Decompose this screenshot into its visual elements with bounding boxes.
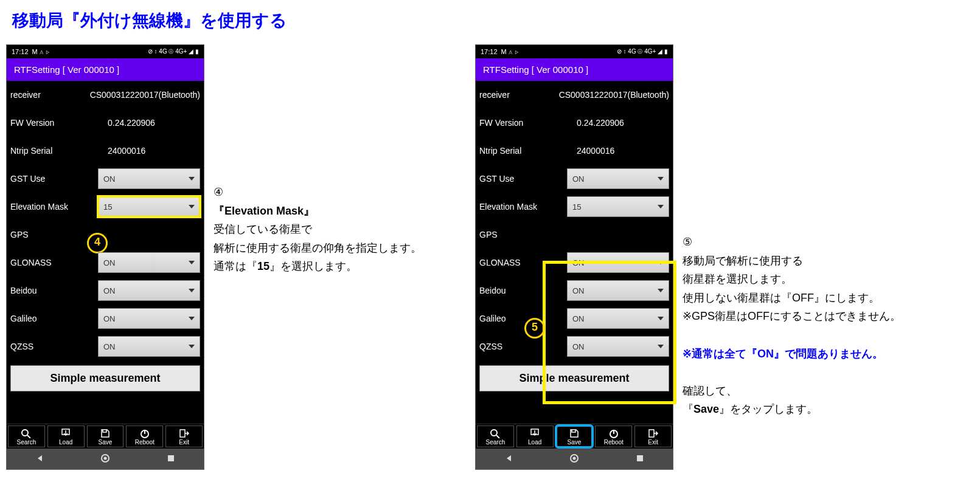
dropdown-galileo[interactable]: ON (98, 308, 200, 329)
status-icons-left: M ⟑ ▷ (32, 48, 50, 55)
dropdown-elevation-mask[interactable]: 15 (98, 196, 200, 217)
toolbar-reboot[interactable]: Reboot (595, 425, 632, 447)
nav-home-icon[interactable] (100, 453, 110, 465)
label-qzss: QZSS (10, 342, 92, 351)
save-icon (569, 429, 580, 438)
marker-5: 5 (524, 318, 545, 339)
status-icons-left: M ⟑ ▷ (501, 48, 519, 55)
toolbar-exit[interactable]: Exit (165, 425, 203, 447)
annotation-5-confirm2b: Save (693, 403, 719, 415)
annotation-4-line3a: 通常は『 (214, 260, 257, 272)
nav-recent-icon[interactable] (167, 454, 175, 464)
label-receiver: receiver (479, 90, 559, 100)
status-time: 17:12 (12, 48, 29, 55)
annotation-5-confirm2c: 』をタップします。 (719, 403, 818, 415)
toolbar-load[interactable]: Load (516, 425, 554, 447)
exit-icon (179, 429, 190, 438)
dropdown-elevation-mask[interactable]: 15 (567, 196, 669, 217)
nav-home-icon[interactable] (569, 453, 579, 465)
dropdown-gst[interactable]: ON (98, 168, 200, 189)
android-navbar (476, 449, 673, 469)
toolbar-save[interactable]: Save (87, 425, 124, 447)
label-fw: FW Version (10, 118, 108, 128)
annotation-4-title: 『Elevation Mask』 (214, 205, 315, 217)
dropdown-beidou-value: ON (572, 286, 585, 295)
label-beidou: Beidou (10, 286, 92, 295)
toolbar-reboot-label: Reboot (604, 439, 624, 446)
dropdown-glonass[interactable]: ON (98, 252, 200, 273)
annotation-5-confirm1: 確認して、 (683, 385, 737, 397)
download-icon (60, 429, 71, 438)
annotation-5-line2: 衛星群を選択します。 (683, 273, 792, 285)
toolbar-load[interactable]: Load (47, 425, 85, 447)
dropdown-qzss[interactable]: ON (98, 336, 200, 357)
toolbar-reboot[interactable]: Reboot (126, 425, 163, 447)
page-title: 移動局『外付け無線機』を使用する (12, 9, 974, 32)
dropdown-beidou[interactable]: ON (567, 280, 669, 301)
chevron-down-icon (189, 205, 195, 208)
nav-back-icon[interactable] (504, 454, 513, 464)
phone-screenshot-right: 17:12M ⟑ ▷ ⊘ ↕ 4G ⦾ 4G+ ◢ ▮ RTFSetting [… (475, 44, 673, 470)
label-ntrip: Ntrip Serial (10, 146, 108, 156)
dropdown-gst[interactable]: ON (567, 168, 669, 189)
label-gps: GPS (479, 230, 577, 239)
annotation-4-number: ④ (214, 186, 223, 198)
dropdown-gst-value: ON (103, 174, 116, 184)
simple-measurement-button[interactable]: Simple measurement (479, 365, 669, 391)
save-icon (100, 429, 111, 438)
annotation-4-line3b: 15 (257, 260, 269, 272)
toolbar-exit-label: Exit (648, 439, 658, 446)
toolbar-exit[interactable]: Exit (634, 425, 672, 447)
svg-line-1 (27, 435, 30, 438)
label-fw: FW Version (479, 118, 577, 128)
value-receiver: CS000312220017(Bluetooth) (559, 90, 669, 100)
chevron-down-icon (189, 289, 195, 292)
chevron-down-icon (189, 345, 195, 348)
dropdown-beidou-value: ON (103, 286, 116, 295)
annotation-5-line3: 使用しない衛星群は『OFF』にします。 (683, 292, 880, 304)
toolbar-search[interactable]: Search (477, 425, 514, 447)
app-bar: RTFSetting [ Ver 000010 ] (7, 58, 204, 81)
status-bar: 17:12M ⟑ ▷ ⊘ ↕ 4G ⦾ 4G+ ◢ ▮ (7, 45, 204, 58)
label-glonass: GLONASS (479, 258, 561, 267)
annotation-5: ⑤ 移動局で解析に使用する 衛星群を選択します。 使用しない衛星群は『OFF』に… (683, 233, 968, 419)
value-fw: 0.24.220906 (108, 118, 155, 128)
dropdown-elev-value: 15 (103, 202, 112, 212)
dropdown-qzss-value: ON (572, 342, 585, 351)
label-ntrip: Ntrip Serial (479, 146, 577, 156)
label-receiver: receiver (10, 90, 90, 100)
dropdown-galileo[interactable]: ON (567, 308, 669, 329)
annotation-5-number: ⑤ (683, 236, 692, 248)
label-gst: GST Use (10, 174, 92, 184)
toolbar-search[interactable]: Search (8, 425, 45, 447)
dropdown-qzss[interactable]: ON (567, 336, 669, 357)
chevron-down-icon (658, 205, 664, 208)
search-icon (490, 429, 501, 438)
status-time: 17:12 (481, 48, 498, 55)
value-ntrip: 24000016 (577, 146, 614, 156)
dropdown-glonass-value: ON (572, 258, 585, 267)
toolbar-search-label: Search (486, 439, 506, 446)
label-elev: Elevation Mask (10, 202, 92, 212)
dropdown-glonass[interactable]: ON (567, 252, 669, 273)
label-elev: Elevation Mask (479, 202, 561, 212)
toolbar-search-label: Search (17, 439, 36, 446)
app-bar: RTFSetting [ Ver 000010 ] (476, 58, 673, 81)
annotation-4-line3c: 』を選択します。 (269, 260, 357, 272)
label-gst: GST Use (479, 174, 561, 184)
dropdown-glonass-value: ON (103, 258, 116, 267)
nav-back-icon[interactable] (35, 454, 44, 464)
toolbar-exit-label: Exit (179, 439, 189, 446)
nav-recent-icon[interactable] (636, 454, 644, 464)
annotation-4: ④ 『Elevation Mask』 受信している衛星で 解析に使用する衛星の仰… (214, 183, 463, 276)
power-icon (139, 429, 150, 438)
chevron-down-icon (658, 317, 664, 320)
label-galileo: Galileo (479, 314, 561, 323)
label-galileo: Galileo (10, 314, 92, 323)
annotation-4-line1: 受信している衛星で (214, 223, 312, 235)
svg-line-10 (496, 435, 499, 438)
dropdown-beidou[interactable]: ON (98, 280, 200, 301)
label-beidou: Beidou (479, 286, 561, 295)
simple-measurement-button[interactable]: Simple measurement (10, 365, 200, 391)
toolbar-save[interactable]: Save (556, 425, 593, 447)
